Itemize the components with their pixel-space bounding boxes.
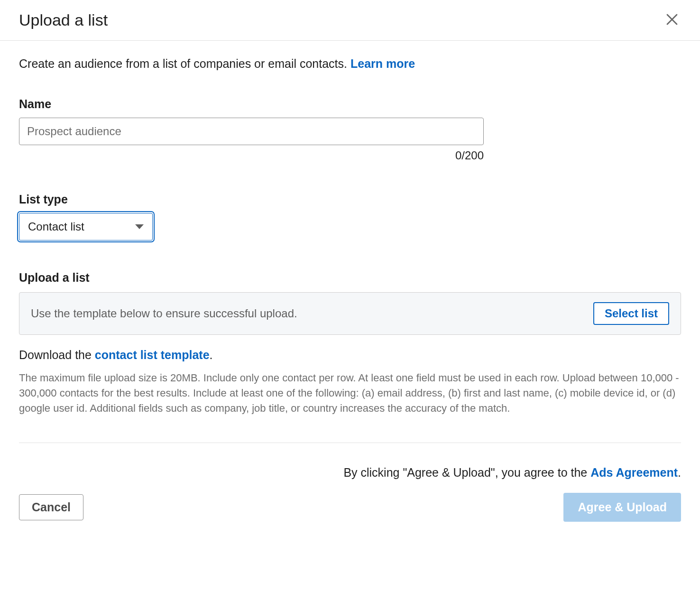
upload-section: Upload a list Use the template below to … (19, 271, 681, 416)
contact-list-template-link[interactable]: contact list template (95, 348, 210, 361)
upload-box: Use the template below to ensure success… (19, 292, 681, 335)
learn-more-link[interactable]: Learn more (350, 57, 415, 70)
agreement-line: By clicking "Agree & Upload", you agree … (19, 466, 681, 480)
agreement-prefix: By clicking "Agree & Upload", you agree … (343, 466, 590, 479)
name-input[interactable] (19, 118, 484, 145)
ads-agreement-link[interactable]: Ads Agreement (590, 466, 678, 479)
name-field: Name 0/200 (19, 97, 681, 162)
close-icon (665, 12, 679, 28)
list-type-select[interactable]: Contact list (19, 213, 153, 240)
intro-text: Create an audience from a list of compan… (19, 57, 681, 71)
upload-help-text: The maximum file upload size is 20MB. In… (19, 370, 681, 416)
upload-label: Upload a list (19, 271, 681, 285)
name-label: Name (19, 97, 681, 111)
close-button[interactable] (663, 10, 681, 30)
name-char-count: 0/200 (19, 149, 484, 162)
agree-upload-button[interactable]: Agree & Upload (563, 493, 681, 522)
caret-down-icon (135, 224, 144, 229)
upload-list-dialog: Upload a list Create an audience from a … (0, 0, 700, 531)
upload-box-text: Use the template below to ensure success… (31, 307, 297, 320)
footer-divider (19, 443, 681, 443)
dialog-body: Create an audience from a list of compan… (0, 41, 700, 531)
download-suffix: . (210, 348, 213, 361)
agreement-suffix: . (678, 466, 681, 479)
list-type-field: List type Contact list (19, 193, 681, 240)
dialog-header: Upload a list (0, 0, 700, 41)
list-type-selected: Contact list (28, 220, 84, 233)
download-prefix: Download the (19, 348, 95, 361)
dialog-title: Upload a list (19, 11, 108, 29)
download-template-line: Download the contact list template. (19, 348, 681, 362)
list-type-label: List type (19, 193, 681, 206)
cancel-button[interactable]: Cancel (19, 494, 83, 520)
footer-actions: Cancel Agree & Upload (19, 493, 681, 531)
select-list-button[interactable]: Select list (593, 302, 669, 325)
intro-sentence: Create an audience from a list of compan… (19, 57, 350, 70)
